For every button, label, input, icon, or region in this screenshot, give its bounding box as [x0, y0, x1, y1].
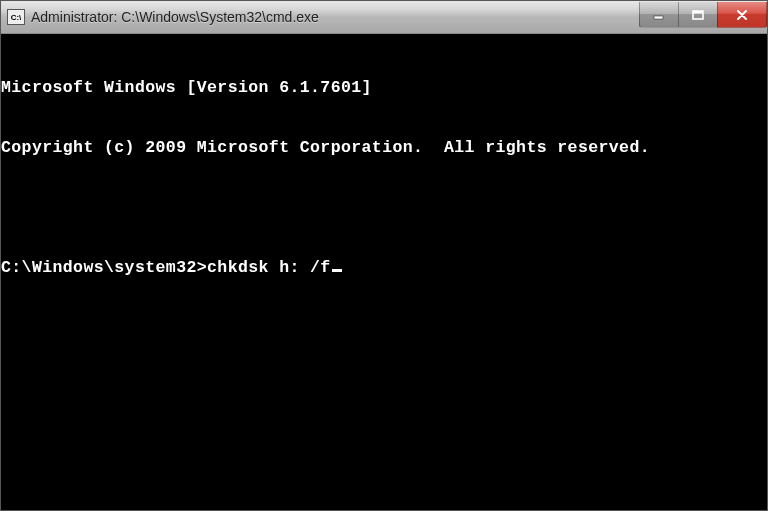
prompt-line: C:\Windows\system32>chkdsk h: /f [1, 258, 767, 278]
cmd-window: C:\ Administrator: C:\Windows\System32\c… [0, 0, 768, 511]
command-text: chkdsk h: /f [207, 258, 331, 278]
version-line: Microsoft Windows [Version 6.1.7601] [1, 78, 767, 98]
terminal-area[interactable]: Microsoft Windows [Version 6.1.7601] Cop… [1, 34, 767, 510]
titlebar[interactable]: C:\ Administrator: C:\Windows\System32\c… [1, 1, 767, 34]
cursor [332, 269, 342, 272]
minimize-icon [653, 10, 665, 20]
minimize-button[interactable] [639, 2, 679, 28]
maximize-icon [692, 10, 704, 20]
window-controls [640, 2, 767, 28]
close-icon [736, 10, 748, 20]
blank-line [1, 198, 767, 218]
maximize-button[interactable] [678, 2, 718, 28]
svg-rect-0 [654, 16, 663, 19]
prompt-text: C:\Windows\system32> [1, 258, 207, 278]
svg-rect-2 [693, 11, 703, 14]
window-title: Administrator: C:\Windows\System32\cmd.e… [31, 9, 640, 25]
close-button[interactable] [717, 2, 767, 28]
cmd-icon: C:\ [7, 9, 25, 25]
copyright-line: Copyright (c) 2009 Microsoft Corporation… [1, 138, 767, 158]
